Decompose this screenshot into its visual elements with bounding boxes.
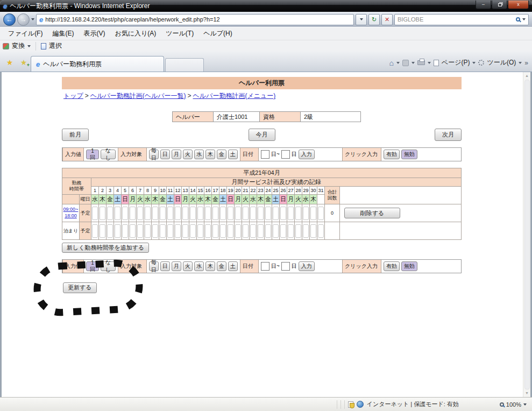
click-toggle-button[interactable]: 無効 (401, 150, 417, 159)
schedule-day-cell[interactable] (272, 222, 280, 240)
menu-item[interactable]: お気に入り(A) (110, 27, 161, 40)
schedule-cell-box[interactable] (212, 224, 218, 238)
schedule-cell-box[interactable] (115, 207, 120, 220)
add-timeband-button[interactable]: 新しく勤務時間帯を追加する (62, 243, 149, 253)
schedule-day-cell[interactable] (219, 204, 227, 222)
schedule-day-cell[interactable] (129, 222, 137, 240)
target-day-button[interactable]: 毎日 (149, 150, 159, 159)
schedule-cell-box[interactable] (152, 224, 158, 238)
zoom-caret-icon[interactable] (523, 403, 527, 407)
schedule-day-cell[interactable] (295, 222, 302, 240)
schedule-day-cell[interactable] (189, 204, 197, 222)
schedule-cell-box[interactable] (243, 207, 249, 220)
schedule-cell-box[interactable] (295, 224, 301, 238)
print-caret-icon[interactable] (428, 62, 431, 66)
search-options-caret-icon[interactable] (522, 18, 526, 22)
schedule-cell-box[interactable] (100, 224, 105, 238)
search-icon[interactable] (516, 17, 520, 22)
target-day-button[interactable]: 木 (205, 150, 215, 159)
schedule-cell-box[interactable] (160, 207, 166, 220)
schedule-day-cell[interactable] (227, 222, 235, 240)
schedule-day-cell[interactable] (114, 204, 122, 222)
schedule-cell-box[interactable] (100, 207, 105, 220)
schedule-cell-box[interactable] (175, 207, 181, 220)
current-month-button[interactable]: 今月 (249, 129, 275, 141)
target-day-button[interactable]: 木 (205, 261, 215, 271)
tools-menu-button[interactable]: ツール(O) (487, 58, 516, 67)
schedule-cell-box[interactable] (220, 207, 226, 220)
schedule-cell-box[interactable] (318, 207, 324, 220)
schedule-cell-box[interactable] (288, 224, 294, 238)
schedule-day-cell[interactable] (280, 222, 287, 240)
home-caret-icon[interactable] (396, 62, 400, 66)
schedule-day-cell[interactable] (159, 222, 167, 240)
schedule-day-cell[interactable] (235, 204, 242, 222)
schedule-day-cell[interactable] (310, 204, 317, 222)
delete-button[interactable]: 削除する (344, 208, 400, 218)
schedule-day-cell[interactable] (197, 204, 204, 222)
schedule-cell-box[interactable] (310, 224, 316, 238)
schedule-day-cell[interactable] (107, 204, 114, 222)
schedule-day-cell[interactable] (189, 222, 197, 240)
value-option-button[interactable]: 1回 (86, 150, 99, 159)
breadcrumb-link-helper-list[interactable]: ヘルパー勤務計画(ヘルパー一覧) (90, 92, 186, 100)
schedule-day-cell[interactable] (235, 222, 242, 240)
menu-item[interactable]: ツール(T) (161, 27, 198, 40)
update-button[interactable]: 更新する (63, 282, 97, 293)
schedule-cell-box[interactable] (258, 207, 264, 220)
schedule-day-cell[interactable] (257, 204, 265, 222)
timeslot-link[interactable]: 09:00~ 18:00 (62, 207, 79, 219)
tools-caret-icon[interactable] (519, 62, 522, 66)
breadcrumb-link-menu[interactable]: ヘルパー勤務計画(メニュー) (193, 92, 276, 100)
schedule-cell-box[interactable] (243, 224, 249, 238)
schedule-cell-box[interactable] (167, 207, 173, 220)
target-day-button[interactable]: 金 (217, 261, 226, 271)
date-from-input[interactable] (261, 150, 269, 159)
schedule-cell-box[interactable] (220, 224, 226, 238)
schedule-day-cell[interactable] (152, 204, 159, 222)
schedule-cell-box[interactable] (130, 207, 136, 220)
stop-button[interactable]: ✕ (381, 14, 393, 25)
toolbar-overflow-button[interactable]: » (524, 59, 528, 67)
schedule-day-cell[interactable] (99, 204, 107, 222)
convert-caret-icon[interactable] (27, 45, 31, 49)
schedule-day-cell[interactable] (144, 222, 152, 240)
target-day-button[interactable]: 月 (172, 150, 181, 159)
close-button[interactable]: x (508, 1, 529, 9)
schedule-day-cell[interactable] (250, 222, 257, 240)
schedule-day-cell[interactable] (242, 204, 250, 222)
schedule-cell-box[interactable] (152, 207, 158, 220)
schedule-cell-box[interactable] (115, 224, 120, 238)
schedule-day-cell[interactable] (310, 222, 317, 240)
schedule-cell-box[interactable] (235, 207, 241, 220)
schedule-cell-box[interactable] (310, 207, 316, 220)
scroll-up-icon[interactable]: ▲ (525, 73, 529, 79)
schedule-cell-box[interactable] (145, 224, 151, 238)
target-day-button[interactable]: 水 (194, 150, 204, 159)
schedule-day-cell[interactable] (91, 222, 99, 240)
schedule-cell-box[interactable] (137, 224, 143, 238)
add-favorite-button[interactable]: ★ (17, 56, 31, 69)
schedule-day-cell[interactable] (182, 204, 189, 222)
schedule-day-cell[interactable] (287, 222, 295, 240)
schedule-cell-box[interactable] (122, 224, 128, 238)
schedule-cell-box[interactable] (250, 224, 256, 238)
date-from-input[interactable] (261, 262, 269, 271)
history-caret-icon[interactable] (31, 18, 34, 22)
schedule-cell-box[interactable] (182, 207, 188, 220)
schedule-day-cell[interactable] (287, 204, 295, 222)
prev-month-button[interactable]: 前月 (62, 129, 89, 141)
schedule-day-cell[interactable] (204, 204, 212, 222)
breadcrumb-link-top[interactable]: トップ (63, 92, 83, 100)
target-day-button[interactable]: 火 (183, 150, 193, 159)
target-day-button[interactable]: 日 (160, 261, 170, 271)
schedule-day-cell[interactable] (122, 204, 129, 222)
target-day-button[interactable]: 毎日 (149, 261, 159, 271)
date-submit-button[interactable]: 入力 (299, 150, 315, 159)
date-to-input[interactable] (281, 150, 290, 159)
schedule-cell-box[interactable] (303, 207, 309, 220)
print-icon[interactable] (417, 60, 425, 65)
schedule-day-cell[interactable] (137, 222, 144, 240)
schedule-cell-box[interactable] (265, 207, 271, 220)
value-option-button[interactable]: 1回 (86, 261, 99, 271)
